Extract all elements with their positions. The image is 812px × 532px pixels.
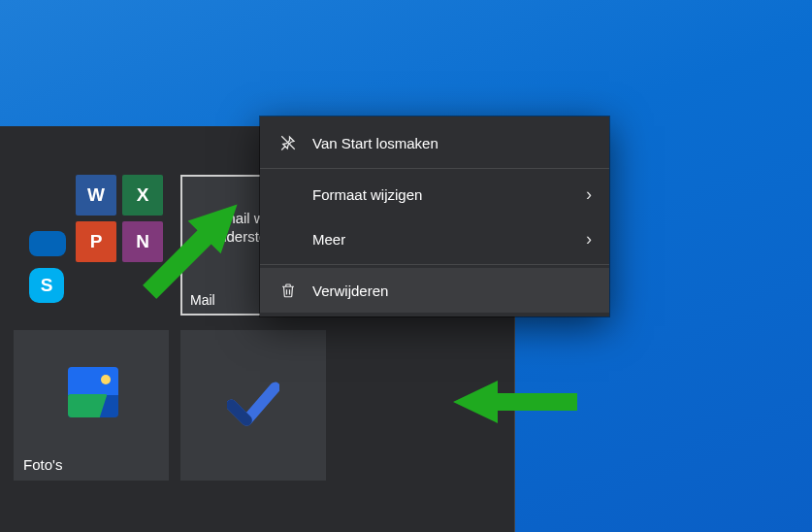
- chevron-right-icon: ›: [586, 184, 592, 205]
- skype-icon[interactable]: S: [29, 268, 64, 303]
- word-icon[interactable]: W: [76, 175, 116, 216]
- menu-separator: [260, 168, 609, 169]
- unpin-icon: [274, 134, 303, 151]
- annotation-arrow-2: [451, 376, 577, 428]
- mail-tile-label: Mail: [190, 292, 215, 308]
- chevron-right-icon: ›: [586, 229, 592, 249]
- powerpoint-icon[interactable]: P: [76, 221, 116, 262]
- svg-marker-4: [453, 381, 577, 423]
- menu-label-unpin: Van Start losmaken: [303, 135, 592, 151]
- photos-tile-label: Foto's: [23, 456, 62, 473]
- photos-icon: [68, 367, 118, 417]
- menu-label-resize: Formaat wijzigen: [303, 186, 586, 203]
- photos-tile[interactable]: Foto's: [14, 330, 169, 481]
- excel-icon[interactable]: X: [122, 175, 163, 216]
- menu-item-unpin[interactable]: Van Start losmaken: [260, 120, 609, 165]
- menu-item-uninstall[interactable]: Verwijderen: [260, 268, 609, 313]
- checkmark-icon: [227, 377, 279, 429]
- menu-item-resize[interactable]: Formaat wijzigen ›: [260, 172, 609, 216]
- onedrive-icon[interactable]: [29, 231, 66, 256]
- menu-separator: [260, 264, 609, 265]
- menu-label-uninstall: Verwijderen: [303, 283, 592, 299]
- todo-tile[interactable]: [180, 330, 326, 481]
- trash-icon: [274, 282, 303, 299]
- menu-label-more: Meer: [303, 231, 586, 248]
- office-apps-tile[interactable]: W X P N S: [23, 175, 169, 320]
- tile-context-menu: Van Start losmaken Formaat wijzigen › Me…: [260, 116, 609, 316]
- menu-item-more[interactable]: Meer ›: [260, 216, 609, 261]
